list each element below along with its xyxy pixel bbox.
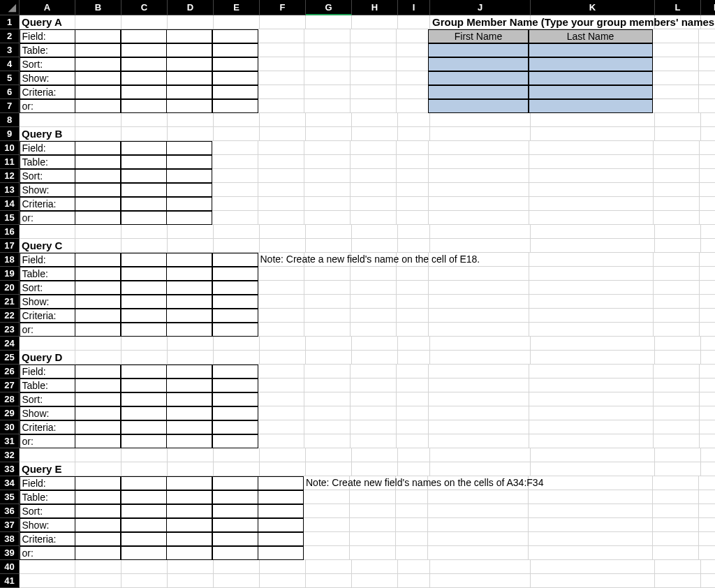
cell-H7[interactable] <box>351 99 397 113</box>
cell-I24[interactable] <box>398 337 430 351</box>
row-header-21[interactable]: 21 <box>0 295 20 309</box>
cell-J35[interactable] <box>428 490 529 504</box>
cell-I10[interactable] <box>397 141 429 155</box>
cell-G7[interactable] <box>304 99 351 113</box>
cell-D37[interactable] <box>166 518 212 532</box>
cell-E5[interactable] <box>212 71 258 85</box>
cell-G38[interactable] <box>304 532 350 546</box>
cell-H20[interactable] <box>351 281 397 295</box>
cell-K3[interactable] <box>529 43 653 57</box>
cell-H19[interactable] <box>351 267 397 281</box>
col-header-J[interactable]: J <box>430 0 531 15</box>
cell-M28[interactable] <box>700 392 716 406</box>
cell-C40[interactable] <box>121 560 168 574</box>
cell-G2[interactable] <box>304 29 351 43</box>
cell-D9[interactable] <box>168 127 214 141</box>
cell-E11[interactable] <box>212 155 258 169</box>
cell-B12[interactable] <box>75 169 121 183</box>
col-header-C[interactable]: C <box>121 0 168 15</box>
cell-C37[interactable] <box>121 518 167 532</box>
cell-B32[interactable] <box>75 448 121 462</box>
cell-F12[interactable] <box>258 169 304 183</box>
col-header-E[interactable]: E <box>214 0 260 15</box>
cell-H13[interactable] <box>351 183 397 197</box>
cell-G21[interactable] <box>304 295 351 309</box>
cell-L29[interactable] <box>654 406 700 420</box>
cell-M19[interactable] <box>700 267 716 281</box>
cell-L40[interactable] <box>655 560 701 574</box>
cell-K6[interactable] <box>529 85 653 99</box>
cell-J37[interactable] <box>428 518 529 532</box>
row-header-8[interactable]: 8 <box>0 113 20 127</box>
cell-E14[interactable] <box>212 197 258 211</box>
row-header-6[interactable]: 6 <box>0 85 20 99</box>
cell-A17[interactable]: Query C <box>20 239 75 253</box>
cell-G33[interactable] <box>306 462 352 476</box>
cell-F21[interactable] <box>258 295 304 309</box>
cell-E27[interactable] <box>212 378 258 392</box>
cell-C14[interactable] <box>121 197 167 211</box>
cell-K4[interactable] <box>529 57 653 71</box>
cell-I22[interactable] <box>397 309 429 323</box>
cell-G22[interactable] <box>304 309 351 323</box>
cell-H22[interactable] <box>351 309 397 323</box>
cell-K2[interactable]: Last Name <box>529 29 653 43</box>
cell-D12[interactable] <box>166 169 212 183</box>
cell-J28[interactable] <box>429 392 529 406</box>
cell-A30[interactable]: Criteria: <box>20 420 75 434</box>
cell-A14[interactable]: Criteria: <box>20 197 75 211</box>
cell-K21[interactable] <box>529 295 654 309</box>
cell-A41[interactable] <box>20 574 75 588</box>
cell-J40[interactable] <box>430 560 531 574</box>
cell-J25[interactable] <box>430 351 531 365</box>
cell-H35[interactable] <box>350 490 396 504</box>
cell-C12[interactable] <box>121 169 167 183</box>
cell-B10[interactable] <box>75 141 121 155</box>
cell-A4[interactable]: Sort: <box>20 57 75 71</box>
cell-B18[interactable] <box>75 253 121 267</box>
cell-I8[interactable] <box>398 113 430 127</box>
cell-A27[interactable]: Table: <box>20 378 75 392</box>
cell-I40[interactable] <box>398 560 430 574</box>
cell-A38[interactable]: Criteria: <box>20 532 75 546</box>
row-header-33[interactable]: 33 <box>0 462 20 476</box>
cell-H9[interactable] <box>352 127 398 141</box>
cell-L16[interactable] <box>655 225 701 239</box>
cell-L24[interactable] <box>655 337 701 351</box>
cell-G16[interactable] <box>306 225 352 239</box>
cell-C11[interactable] <box>121 155 167 169</box>
cell-E22[interactable] <box>212 309 258 323</box>
cell-F36[interactable] <box>258 504 304 518</box>
cell-C25[interactable] <box>121 351 168 365</box>
cell-D17[interactable] <box>168 239 214 253</box>
cell-J8[interactable] <box>430 113 531 127</box>
cell-K20[interactable] <box>529 281 654 295</box>
cell-F4[interactable] <box>258 57 304 71</box>
cell-G17[interactable] <box>306 239 352 253</box>
cell-B5[interactable] <box>75 71 121 85</box>
cell-C13[interactable] <box>121 183 167 197</box>
cell-H11[interactable] <box>351 155 397 169</box>
cell-C6[interactable] <box>121 85 167 99</box>
row-header-15[interactable]: 15 <box>0 211 20 225</box>
cell-F32[interactable] <box>260 448 306 462</box>
cell-K39[interactable] <box>529 546 653 560</box>
cell-L33[interactable] <box>655 462 701 476</box>
cell-M40[interactable] <box>701 560 715 574</box>
cell-E40[interactable] <box>214 560 260 574</box>
cell-L6[interactable] <box>653 85 699 99</box>
cell-E3[interactable] <box>212 43 258 57</box>
cell-D15[interactable] <box>166 211 212 225</box>
cell-J22[interactable] <box>429 309 529 323</box>
cell-J14[interactable] <box>429 197 529 211</box>
cell-B37[interactable] <box>75 518 121 532</box>
cell-J16[interactable] <box>430 225 531 239</box>
cell-L7[interactable] <box>653 99 699 113</box>
cell-L34[interactable] <box>653 476 699 490</box>
col-header-H[interactable]: H <box>352 0 398 15</box>
cell-L19[interactable] <box>654 267 700 281</box>
cell-A11[interactable]: Table: <box>20 155 75 169</box>
cell-D19[interactable] <box>166 267 212 281</box>
row-header-39[interactable]: 39 <box>0 546 20 560</box>
cell-F18[interactable]: Note: Create a new field's name on the c… <box>258 253 304 267</box>
